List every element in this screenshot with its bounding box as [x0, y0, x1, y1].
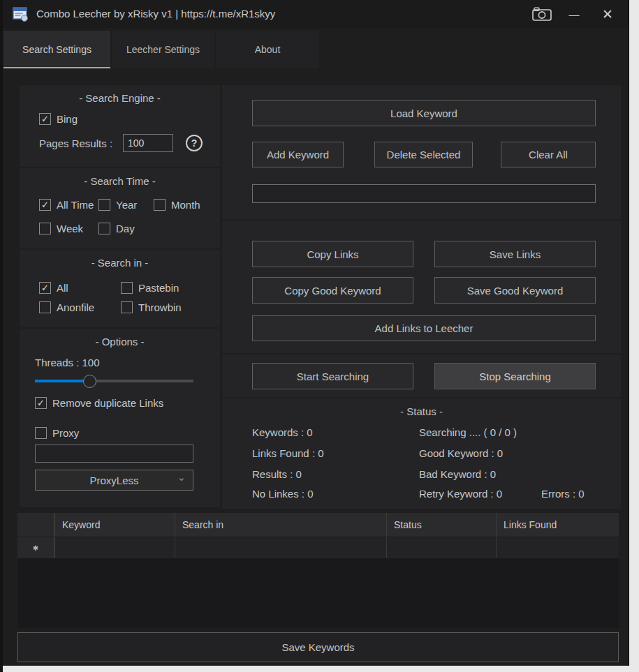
- status-good-keyword: Good Keyword : 0: [419, 447, 503, 459]
- remove-duplicates-checkbox[interactable]: [35, 397, 47, 409]
- bing-label: Bing: [57, 113, 78, 125]
- status-links-found: Links Found : 0: [252, 447, 324, 459]
- column-header-links-found[interactable]: Links Found: [496, 513, 619, 537]
- tab-leecher-settings[interactable]: Leecher Settings: [112, 31, 214, 68]
- day-label: Day: [116, 223, 135, 234]
- table-cell: [54, 537, 175, 558]
- status-errors: Errors : 0: [541, 488, 585, 500]
- year-checkbox[interactable]: [98, 199, 110, 211]
- keyword-input[interactable]: [252, 184, 596, 203]
- clear-all-button[interactable]: Clear All: [501, 142, 596, 167]
- app-form-icon: [12, 6, 29, 22]
- options-title: - Options -: [20, 329, 220, 348]
- threads-slider[interactable]: [35, 375, 193, 387]
- add-keyword-button[interactable]: Add Keyword: [252, 142, 344, 167]
- column-header-keyword[interactable]: Keyword: [54, 513, 175, 537]
- load-keyword-button[interactable]: Load Keyword: [252, 100, 596, 126]
- alltime-checkbox[interactable]: [39, 199, 51, 211]
- search-engine-group: - Search Engine - Bing Pages Results : ?: [20, 85, 220, 167]
- month-checkbox[interactable]: [154, 199, 166, 211]
- table-cell: [386, 537, 496, 558]
- new-row-indicator-icon: ✱: [17, 537, 54, 558]
- anonfile-checkbox[interactable]: [39, 301, 51, 313]
- day-checkbox-row: Day: [98, 223, 135, 234]
- alltime-checkbox-row: All Time: [39, 199, 94, 211]
- help-icon[interactable]: ?: [186, 135, 203, 151]
- delete-selected-button[interactable]: Delete Selected: [374, 142, 473, 167]
- window-title: Combo Leecher by xRisky v1 | https://t.m…: [36, 0, 275, 28]
- search-engine-title: - Search Engine -: [20, 85, 220, 104]
- anonfile-checkbox-row: Anonfile: [39, 301, 94, 313]
- search-in-title: - Search in -: [20, 250, 220, 269]
- week-checkbox[interactable]: [39, 223, 51, 234]
- pastebin-checkbox[interactable]: [121, 282, 133, 294]
- bing-checkbox[interactable]: [39, 113, 51, 125]
- start-searching-button[interactable]: Start Searching: [252, 363, 413, 389]
- all-checkbox[interactable]: [39, 282, 51, 294]
- status-no-linkes: No Linkes : 0: [252, 488, 314, 500]
- remove-duplicates-label: Remove duplicate Links: [52, 397, 163, 409]
- tab-about[interactable]: About: [216, 31, 319, 68]
- pastebin-checkbox-row: Pastebin: [121, 282, 179, 294]
- pages-results-input[interactable]: [123, 134, 173, 152]
- year-label: Year: [116, 199, 137, 211]
- close-button[interactable]: ✕: [592, 0, 623, 28]
- status-searching: Searching .... ( 0 / 0 ): [419, 426, 517, 438]
- save-links-button[interactable]: Save Links: [434, 241, 596, 267]
- links-group: Copy Links Save Links Copy Good Keyword …: [222, 221, 621, 353]
- pastebin-label: Pastebin: [138, 282, 179, 294]
- status-bad-keyword: Bad Keyword : 0: [419, 468, 496, 480]
- searching-group: Start Searching Stop Searching: [222, 354, 621, 397]
- search-in-group: - Search in - All Pastebin Anonfile Thro…: [20, 250, 220, 327]
- tab-strip: Search Settings Leecher Settings About: [3, 28, 629, 70]
- throwbin-checkbox[interactable]: [121, 301, 133, 313]
- month-checkbox-row: Month: [154, 199, 200, 211]
- pages-results-label: Pages Results :: [39, 137, 112, 149]
- status-group: - Status - Keywords : 0 Searching .... (…: [222, 398, 621, 509]
- proxy-checkbox[interactable]: [35, 427, 47, 439]
- table-corner-cell[interactable]: [17, 513, 54, 537]
- all-label: All: [57, 282, 68, 294]
- screenshot-camera-button[interactable]: [527, 0, 557, 28]
- proxy-mode-dropdown[interactable]: ProxyLess ⌄: [35, 470, 193, 491]
- stop-searching-button[interactable]: Stop Searching: [434, 363, 596, 389]
- proxy-row: Proxy: [35, 427, 79, 439]
- month-label: Month: [171, 199, 200, 211]
- status-keywords: Keywords : 0: [252, 426, 313, 438]
- copy-links-button[interactable]: Copy Links: [252, 241, 413, 267]
- anonfile-label: Anonfile: [57, 301, 94, 313]
- search-time-title: - Search Time -: [20, 168, 220, 187]
- threads-slider-thumb[interactable]: [83, 375, 96, 388]
- save-keywords-button[interactable]: Save Keywords: [17, 632, 619, 662]
- save-good-keyword-button[interactable]: Save Good Keyword: [434, 277, 596, 304]
- threads-label: Threads : 100: [35, 357, 100, 368]
- table-new-row[interactable]: ✱: [17, 537, 619, 558]
- throwbin-checkbox-row: Throwbin: [121, 301, 182, 313]
- threads-slider-fill: [35, 380, 90, 382]
- search-time-group: - Search Time - All Time Year Month Week…: [20, 168, 220, 248]
- titlebar: Combo Leecher by xRisky v1 | https://t.m…: [3, 0, 629, 28]
- week-checkbox-row: Week: [39, 223, 83, 234]
- table-cell: [496, 537, 619, 558]
- table-cell: [175, 537, 386, 558]
- minimize-button[interactable]: —: [560, 0, 588, 28]
- tab-search-settings[interactable]: Search Settings: [3, 31, 110, 68]
- all-checkbox-row: All: [39, 282, 68, 294]
- alltime-label: All Time: [57, 199, 94, 211]
- keywords-table: Keyword Search in Status Links Found ✱: [17, 513, 619, 628]
- column-header-status[interactable]: Status: [386, 513, 496, 537]
- table-header-row: Keyword Search in Status Links Found: [17, 513, 619, 537]
- proxy-input[interactable]: [35, 445, 193, 463]
- proxy-mode-value: ProxyLess: [89, 475, 138, 486]
- bing-checkbox-row: Bing: [39, 113, 78, 125]
- camera-icon: [531, 6, 552, 22]
- column-header-search-in[interactable]: Search in: [175, 513, 386, 537]
- app-window: Combo Leecher by xRisky v1 | https://t.m…: [3, 0, 629, 666]
- week-label: Week: [57, 223, 83, 234]
- day-checkbox[interactable]: [98, 223, 110, 234]
- status-retry-keyword: Retry Keyword : 0: [419, 488, 502, 500]
- add-links-to-leecher-button[interactable]: Add Links to Leecher: [252, 315, 596, 341]
- year-checkbox-row: Year: [98, 199, 137, 211]
- copy-good-keyword-button[interactable]: Copy Good Keyword: [252, 277, 413, 304]
- throwbin-label: Throwbin: [138, 301, 182, 313]
